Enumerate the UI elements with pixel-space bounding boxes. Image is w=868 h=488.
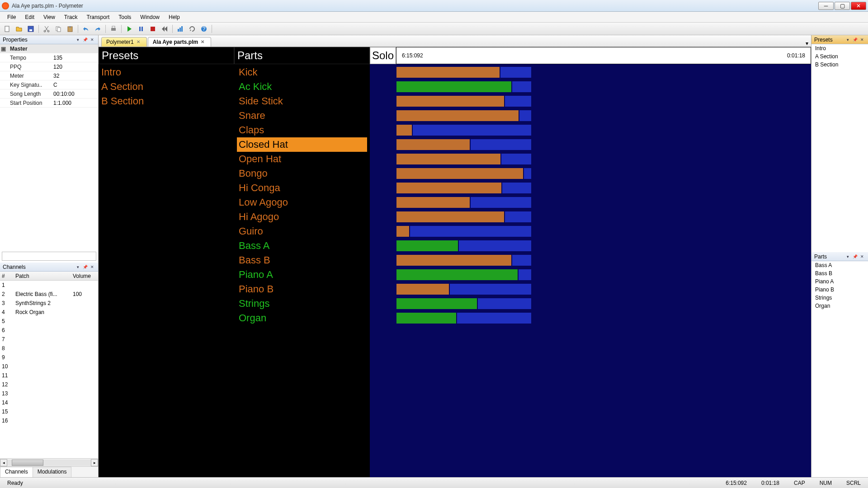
channel-patch[interactable]: Electric Bass (fi... <box>14 291 71 297</box>
preset-item[interactable]: Intro <box>101 65 231 80</box>
prop-value[interactable]: 135 <box>52 55 98 61</box>
bar-segment[interactable] <box>500 66 532 78</box>
bar-segment[interactable] <box>396 81 512 93</box>
channels-tab-modulations[interactable]: Modulations <box>33 467 72 477</box>
right-part-item[interactable]: Strings <box>811 294 868 302</box>
prop-value[interactable]: 120 <box>52 64 98 70</box>
right-parts-close-icon[interactable]: ✕ <box>859 253 865 260</box>
part-item[interactable]: Claps <box>237 123 367 137</box>
channels-pin-icon[interactable]: 📌 <box>82 264 88 270</box>
bar-row[interactable] <box>396 181 811 195</box>
pause-icon[interactable] <box>136 24 146 34</box>
right-preset-item[interactable]: B Section <box>811 61 868 69</box>
maximize-button[interactable]: ▢ <box>835 2 850 10</box>
part-item[interactable]: Ac Kick <box>237 80 367 94</box>
tab-overflow-icon[interactable]: ▾ <box>806 40 808 47</box>
properties-filter-input[interactable] <box>2 252 96 261</box>
bar-segment[interactable] <box>518 269 532 281</box>
part-item[interactable]: Organ <box>237 311 367 325</box>
right-part-item[interactable]: Bass A <box>811 261 868 269</box>
right-part-item[interactable]: Organ <box>811 302 868 310</box>
new-icon[interactable] <box>2 24 13 34</box>
bar-segment[interactable] <box>396 168 524 179</box>
scroll-thumb[interactable] <box>12 460 43 466</box>
print-icon[interactable] <box>108 24 119 34</box>
bar-segment[interactable] <box>396 95 505 107</box>
bar-segment[interactable] <box>396 298 477 310</box>
undo-icon[interactable] <box>80 24 91 34</box>
bar-row[interactable] <box>396 282 811 296</box>
channel-row[interactable]: 9 <box>0 353 98 362</box>
copy-icon[interactable] <box>53 24 64 34</box>
channel-patch[interactable]: Rock Organ <box>14 309 71 315</box>
channel-row[interactable]: 14 <box>0 398 98 407</box>
save-icon[interactable] <box>25 24 36 34</box>
open-icon[interactable] <box>14 24 24 34</box>
channels-hscroll[interactable]: ◂ ▸ <box>0 458 98 466</box>
bar-segment[interactable] <box>396 124 412 136</box>
menu-tools[interactable]: Tools <box>114 13 136 21</box>
part-item[interactable]: Bass B <box>237 253 367 267</box>
bar-row[interactable] <box>396 108 811 123</box>
bar-segment[interactable] <box>470 139 532 150</box>
right-presets-header[interactable]: Presets ▾ 📌 ✕ <box>811 35 868 44</box>
channel-row[interactable]: 16 <box>0 416 98 425</box>
paste-icon[interactable] <box>65 24 75 34</box>
bar-segment[interactable] <box>396 312 457 324</box>
bar-segment[interactable] <box>512 254 532 266</box>
right-presets-pin-icon[interactable]: 📌 <box>852 37 858 43</box>
bar-row[interactable] <box>396 137 811 152</box>
stop-icon[interactable] <box>147 24 158 34</box>
bar-segment[interactable] <box>457 312 532 324</box>
bar-row[interactable] <box>396 152 811 166</box>
part-item[interactable]: Kick <box>237 65 367 80</box>
bar-segment[interactable] <box>470 197 532 208</box>
bar-segment[interactable] <box>501 153 532 165</box>
minimize-button[interactable]: ─ <box>818 2 834 10</box>
channel-row[interactable]: 1 <box>0 281 98 290</box>
menu-track[interactable]: Track <box>60 13 82 21</box>
bar-row[interactable] <box>396 195 811 210</box>
bar-segment[interactable] <box>458 240 532 252</box>
bar-row[interactable] <box>396 166 811 181</box>
channel-row[interactable]: 8 <box>0 344 98 353</box>
property-row[interactable]: Song Length00:10:00 <box>0 89 98 99</box>
bars-icon[interactable] <box>175 24 186 34</box>
tab-close-icon[interactable]: ✕ <box>137 39 142 45</box>
properties-dropdown-icon[interactable]: ▾ <box>75 37 81 43</box>
channel-patch[interactable]: SynthStrings 2 <box>14 300 71 306</box>
channel-row[interactable]: 3SynthStrings 2 <box>0 299 98 308</box>
channel-row[interactable]: 13 <box>0 389 98 398</box>
bar-row[interactable] <box>396 65 811 80</box>
prop-value[interactable]: 1:1.000 <box>52 100 98 106</box>
bar-row[interactable] <box>396 253 811 267</box>
channels-panel-header[interactable]: Channels ▾ 📌 ✕ <box>0 263 98 272</box>
channel-row[interactable]: 7 <box>0 335 98 344</box>
property-row[interactable]: PPQ120 <box>0 62 98 71</box>
tab-close-icon[interactable]: ✕ <box>201 39 206 45</box>
part-item[interactable]: Bongo <box>237 166 367 181</box>
part-item[interactable]: Side Stick <box>237 94 367 108</box>
bar-segment[interactable] <box>477 298 532 310</box>
channels-tab-channels[interactable]: Channels <box>0 467 33 477</box>
menu-file[interactable]: File <box>3 13 20 21</box>
bar-segment[interactable] <box>505 95 532 107</box>
bar-row[interactable] <box>396 94 811 108</box>
scroll-right-icon[interactable]: ▸ <box>91 459 98 466</box>
properties-group-row[interactable]: ▣ Master <box>0 44 98 53</box>
part-item[interactable]: Hi Conga <box>237 181 367 195</box>
col-volume[interactable]: Volume <box>71 273 98 279</box>
bar-segment[interactable] <box>396 66 500 78</box>
menu-help[interactable]: Help <box>164 13 184 21</box>
right-parts-header[interactable]: Parts ▾ 📌 ✕ <box>811 252 868 261</box>
channel-row[interactable]: 5 <box>0 317 98 326</box>
play-icon[interactable] <box>124 24 135 34</box>
part-item[interactable]: Piano B <box>237 282 367 296</box>
channel-row[interactable]: 12 <box>0 380 98 389</box>
right-preset-item[interactable]: Intro <box>811 44 868 52</box>
part-item[interactable]: Bass A <box>237 239 367 253</box>
part-item[interactable]: Hi Agogo <box>237 210 367 224</box>
part-item[interactable]: Open Hat <box>237 152 367 166</box>
bar-row[interactable] <box>396 123 811 137</box>
bar-segment[interactable] <box>396 211 505 223</box>
